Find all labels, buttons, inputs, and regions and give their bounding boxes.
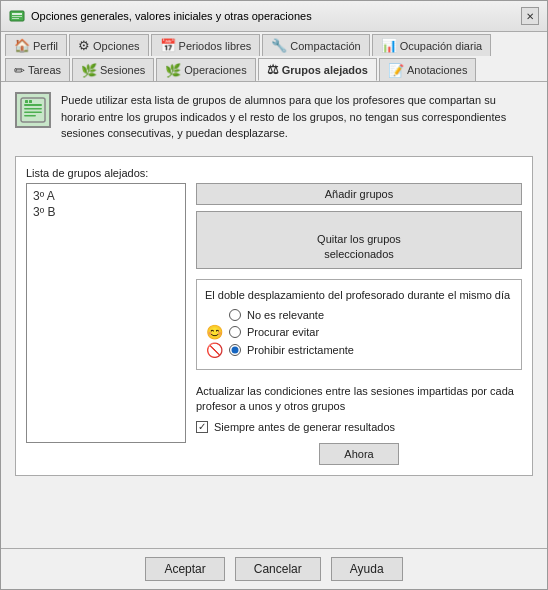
tab-ocupacion-diaria[interactable]: 📊 Ocupación diaria	[372, 34, 492, 56]
tab-compactacion[interactable]: 🔧 Compactación	[262, 34, 369, 56]
window-title: Opciones generales, valores iniciales y …	[31, 10, 312, 22]
tab-compactacion-label: Compactación	[290, 40, 360, 52]
periodos-icon: 📅	[160, 38, 176, 53]
procurar-icon: 😊	[205, 325, 223, 339]
prohibir-icon: 🚫	[205, 343, 223, 357]
title-bar: Opciones generales, valores iniciales y …	[1, 1, 547, 32]
tab-perfil[interactable]: 🏠 Perfil	[5, 34, 67, 56]
procurar-label: Procurar evitar	[247, 326, 319, 338]
tab-anotaciones[interactable]: 📝 Anotaciones	[379, 58, 477, 81]
accept-button[interactable]: Aceptar	[145, 557, 224, 581]
info-description: Puede utilizar esta lista de grupos de a…	[61, 92, 533, 142]
opciones-icon: ⚙	[78, 38, 90, 53]
svg-rect-1	[12, 13, 22, 15]
tabs-container: 🏠 Perfil ⚙ Opciones 📅 Periodos libres 🔧 …	[1, 32, 547, 82]
tab-anotaciones-label: Anotaciones	[407, 64, 468, 76]
close-button[interactable]: ✕	[521, 7, 539, 25]
svg-rect-7	[24, 112, 42, 114]
tab-ocupacion-label: Ocupación diaria	[400, 40, 483, 52]
tab-periodos-libres[interactable]: 📅 Periodos libres	[151, 34, 261, 56]
grupos-icon: ⚖	[267, 62, 279, 77]
update-section: Actualizar las condiciones entre las ses…	[196, 384, 522, 465]
info-box: Puede utilizar esta lista de grupos de a…	[15, 92, 533, 142]
radio-procurar-evitar[interactable]: 😊 Procurar evitar	[205, 325, 513, 339]
tab-grupos-label: Grupos alejados	[282, 64, 368, 76]
no-relevante-radio[interactable]	[229, 309, 241, 321]
tabs-row-2: ✏ Tareas 🌿 Sesiones 🌿 Operaciones ⚖ Grup…	[1, 56, 547, 81]
svg-rect-8	[24, 115, 36, 117]
tab-sesiones[interactable]: 🌿 Sesiones	[72, 58, 154, 81]
anotaciones-icon: 📝	[388, 63, 404, 78]
group-list[interactable]: 3º A 3º B	[26, 183, 186, 443]
help-button[interactable]: Ayuda	[331, 557, 403, 581]
tab-sesiones-label: Sesiones	[100, 64, 145, 76]
radio-prohibir-estrictamente[interactable]: 🚫 Prohibir estrictamente	[205, 343, 513, 357]
ahora-button[interactable]: Ahora	[319, 443, 398, 465]
main-window: Opciones generales, valores iniciales y …	[0, 0, 548, 590]
svg-rect-6	[24, 108, 42, 110]
add-groups-button[interactable]: Añadir grupos	[196, 183, 522, 205]
tab-opciones-label: Opciones	[93, 40, 139, 52]
main-panel: Lista de grupos alejados: 3º A 3º B Añad…	[15, 156, 533, 476]
remove-groups-label: Quitar los grupos seleccionados	[317, 233, 401, 260]
procurar-radio[interactable]	[229, 326, 241, 338]
list-item: 3º A	[31, 188, 181, 204]
list-label: Lista de grupos alejados:	[26, 167, 522, 179]
no-relevante-label: No es relevante	[247, 309, 324, 321]
sesiones-icon: 🌿	[81, 63, 97, 78]
perfil-icon: 🏠	[14, 38, 30, 53]
footer: Aceptar Cancelar Ayuda	[1, 548, 547, 589]
svg-rect-9	[25, 100, 28, 103]
double-displacement-title: El doble desplazamiento del profesorado …	[205, 288, 513, 303]
double-displacement-box: El doble desplazamiento del profesorado …	[196, 279, 522, 370]
tab-operaciones-label: Operaciones	[184, 64, 246, 76]
info-icon	[15, 92, 51, 128]
always-before-label: Siempre antes de generar resultados	[214, 421, 395, 433]
svg-rect-5	[24, 104, 42, 106]
always-before-checkbox-row[interactable]: ✓ Siempre antes de generar resultados	[196, 421, 522, 433]
svg-rect-10	[29, 100, 32, 103]
prohibir-label: Prohibir estrictamente	[247, 344, 354, 356]
list-item: 3º B	[31, 204, 181, 220]
ahora-row: Ahora	[196, 443, 522, 465]
tabs-row-1: 🏠 Perfil ⚙ Opciones 📅 Periodos libres 🔧 …	[1, 32, 547, 56]
right-panel: Añadir grupos Quitar los grupos seleccio…	[196, 183, 522, 465]
radio-no-relevante[interactable]: No es relevante	[205, 309, 513, 321]
tab-operaciones[interactable]: 🌿 Operaciones	[156, 58, 255, 81]
prohibir-radio[interactable]	[229, 344, 241, 356]
compactacion-icon: 🔧	[271, 38, 287, 53]
remove-groups-button[interactable]: Quitar los grupos seleccionados	[196, 211, 522, 269]
tab-grupos-alejados[interactable]: ⚖ Grupos alejados	[258, 58, 377, 81]
tareas-icon: ✏	[14, 63, 25, 78]
tab-tareas[interactable]: ✏ Tareas	[5, 58, 70, 81]
tab-tareas-label: Tareas	[28, 64, 61, 76]
svg-rect-2	[12, 16, 22, 17]
panel-row: 3º A 3º B Añadir grupos Quitar los grupo…	[26, 183, 522, 465]
ocupacion-icon: 📊	[381, 38, 397, 53]
operaciones-icon: 🌿	[165, 63, 181, 78]
tab-opciones[interactable]: ⚙ Opciones	[69, 34, 148, 56]
svg-rect-4	[21, 98, 45, 122]
svg-rect-3	[12, 18, 19, 19]
update-title: Actualizar las condiciones entre las ses…	[196, 384, 522, 415]
tab-perfil-label: Perfil	[33, 40, 58, 52]
window-icon	[9, 8, 25, 24]
content-area: Puede utilizar esta lista de grupos de a…	[1, 82, 547, 548]
tab-periodos-label: Periodos libres	[179, 40, 252, 52]
cancel-button[interactable]: Cancelar	[235, 557, 321, 581]
title-bar-left: Opciones generales, valores iniciales y …	[9, 8, 312, 24]
always-before-checkbox[interactable]: ✓	[196, 421, 208, 433]
